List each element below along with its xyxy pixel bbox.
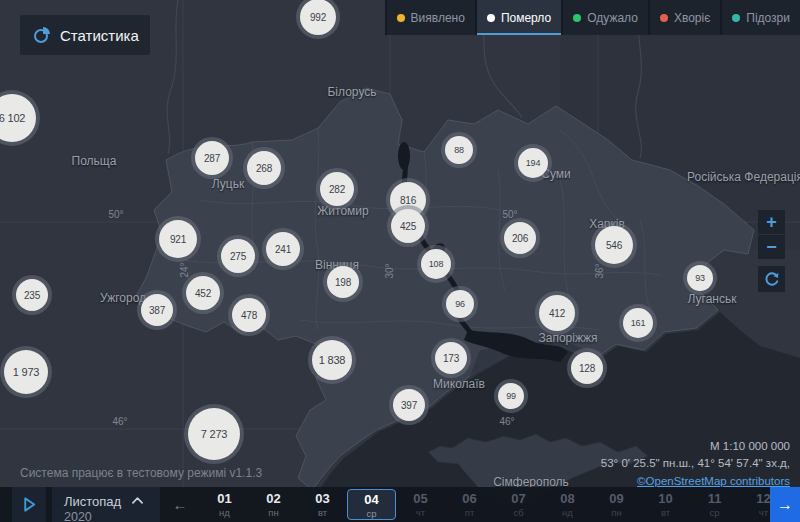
map-marker[interactable]: 397 bbox=[393, 389, 425, 421]
map-marker[interactable]: 198 bbox=[327, 266, 359, 298]
day-number: 05 bbox=[396, 491, 445, 506]
map-marker[interactable]: 387 bbox=[141, 294, 173, 326]
day-weekday: ср bbox=[690, 507, 739, 518]
day-weekday: ср bbox=[348, 508, 395, 519]
next-day-button[interactable]: → bbox=[770, 487, 800, 522]
timeline-day[interactable]: 02пн bbox=[249, 487, 298, 522]
version-text: Система працює в тестовому режимі v1.1.3 bbox=[20, 466, 262, 480]
map-marker[interactable]: 99 bbox=[498, 383, 524, 409]
covid-map-app: 50°50°46°46°24°30°36° ПольщаБілорусьРосі… bbox=[0, 0, 800, 522]
map-marker[interactable]: 412 bbox=[539, 295, 575, 331]
timeline-day[interactable]: 07сб bbox=[494, 487, 543, 522]
month-selector[interactable]: Листопад 2020 bbox=[52, 487, 160, 522]
day-weekday: вт bbox=[641, 507, 690, 518]
zoom-in-button[interactable]: + bbox=[758, 210, 785, 234]
timeline-day[interactable]: 03вт bbox=[298, 487, 347, 522]
month-label: Листопад bbox=[64, 495, 121, 510]
timeline-day[interactable]: 05чт bbox=[396, 487, 445, 522]
day-number: 07 bbox=[494, 491, 543, 506]
map-marker[interactable]: 194 bbox=[518, 148, 548, 178]
zoom-out-button[interactable]: − bbox=[758, 234, 785, 259]
map-marker[interactable]: 235 bbox=[16, 279, 48, 311]
legend-tab-label: Виявлено bbox=[411, 11, 465, 25]
legend-dot-icon bbox=[573, 14, 581, 22]
map-marker[interactable]: 96 bbox=[446, 290, 474, 318]
day-number: 03 bbox=[298, 491, 347, 506]
legend-tab[interactable]: Одужало bbox=[563, 0, 648, 35]
graticule-label: 50° bbox=[108, 209, 123, 220]
map-scale: М 1:10 000 000 bbox=[601, 438, 790, 455]
map-marker[interactable]: 108 bbox=[421, 249, 451, 279]
timeline-days: 01нд02пн03вт04ср05чт06пт07сб08нд09пн10вт… bbox=[200, 487, 788, 522]
day-weekday: нд bbox=[543, 507, 592, 518]
timeline-day[interactable]: 08нд bbox=[543, 487, 592, 522]
map-marker[interactable]: 161 bbox=[623, 308, 653, 338]
place-label: Польща bbox=[72, 154, 117, 168]
legend-tab[interactable]: Виявлено bbox=[387, 0, 475, 35]
map-marker[interactable]: 268 bbox=[247, 151, 281, 185]
place-label: Запоріжжя bbox=[539, 331, 598, 345]
day-number: 10 bbox=[641, 491, 690, 506]
day-weekday: сб bbox=[494, 507, 543, 518]
timeline-day[interactable]: 04ср bbox=[347, 489, 396, 520]
legend-tab[interactable]: Померло bbox=[477, 0, 561, 35]
map-marker[interactable]: 478 bbox=[232, 298, 266, 332]
day-number: 02 bbox=[249, 491, 298, 506]
play-icon bbox=[21, 496, 38, 513]
map-marker[interactable]: 1 973 bbox=[4, 350, 48, 394]
osm-attribution-link[interactable]: ©OpenStreetMap contributors bbox=[637, 475, 790, 487]
map-marker[interactable]: 425 bbox=[391, 209, 425, 243]
day-number: 11 bbox=[690, 491, 739, 506]
graticule-label: 24° bbox=[179, 262, 190, 277]
place-label: Луцьк bbox=[212, 177, 244, 191]
graticule-label: 46° bbox=[499, 416, 514, 427]
legend-dot-icon bbox=[397, 14, 405, 22]
map-info: М 1:10 000 000 53° 0' 25.5" пн.ш., 41° 5… bbox=[601, 438, 790, 490]
timeline-day[interactable]: 11ср bbox=[690, 487, 739, 522]
map-marker[interactable]: 88 bbox=[445, 136, 473, 164]
place-label: Житомир bbox=[317, 204, 368, 218]
prev-day-button[interactable]: ← bbox=[160, 487, 200, 522]
map-marker[interactable]: 128 bbox=[571, 352, 603, 384]
legend-tab[interactable]: Хворіє bbox=[650, 0, 720, 35]
play-button[interactable] bbox=[12, 487, 46, 522]
map-marker[interactable]: 452 bbox=[186, 276, 220, 310]
year-label: 2020 bbox=[64, 510, 160, 522]
refresh-button[interactable] bbox=[758, 266, 785, 292]
map-marker[interactable]: 921 bbox=[159, 220, 197, 258]
timeline-day[interactable]: 01нд bbox=[200, 487, 249, 522]
map-marker[interactable]: 992 bbox=[300, 0, 336, 35]
map-marker[interactable]: 241 bbox=[266, 232, 300, 266]
place-label: Російська Федерація bbox=[687, 170, 800, 184]
timeline-day[interactable]: 06пт bbox=[445, 487, 494, 522]
day-weekday: чт bbox=[396, 507, 445, 518]
map-marker[interactable]: 1 838 bbox=[312, 340, 352, 380]
day-weekday: пт bbox=[445, 507, 494, 518]
day-weekday: пн bbox=[249, 507, 298, 518]
day-number: 01 bbox=[200, 491, 249, 506]
map-marker[interactable]: 275 bbox=[221, 239, 255, 273]
zoom-controls: + − bbox=[758, 210, 785, 259]
chevron-up-icon bbox=[132, 490, 143, 507]
legend-tab[interactable]: Підозри bbox=[722, 0, 800, 35]
map-marker[interactable]: 93 bbox=[687, 265, 713, 291]
map-marker[interactable]: 546 bbox=[595, 226, 633, 264]
map-marker[interactable]: 173 bbox=[435, 342, 467, 374]
timeline-day[interactable]: 10вт bbox=[641, 487, 690, 522]
place-label: Білорусь bbox=[327, 85, 376, 99]
timeline-day[interactable]: 09пн bbox=[592, 487, 641, 522]
legend-tabs: ВиявленоПомерлоОдужалоХворієПідозри bbox=[385, 0, 800, 35]
pie-chart-icon bbox=[33, 26, 51, 44]
day-number: 09 bbox=[592, 491, 641, 506]
map-marker[interactable]: 206 bbox=[504, 222, 536, 254]
legend-tab-label: Підозри bbox=[746, 11, 790, 25]
day-number: 04 bbox=[348, 492, 395, 507]
day-weekday: вт bbox=[298, 507, 347, 518]
legend-tab-label: Померло bbox=[501, 11, 551, 25]
day-weekday: пн bbox=[592, 507, 641, 518]
map-marker[interactable]: 7 273 bbox=[188, 408, 240, 460]
map-marker[interactable]: 287 bbox=[195, 141, 229, 175]
cursor-coordinates: 53° 0' 25.5" пн.ш., 41° 54' 57.4" зх.д, bbox=[601, 455, 790, 472]
statistics-button[interactable]: Статистика bbox=[20, 15, 150, 55]
map-marker[interactable]: 282 bbox=[320, 172, 354, 206]
